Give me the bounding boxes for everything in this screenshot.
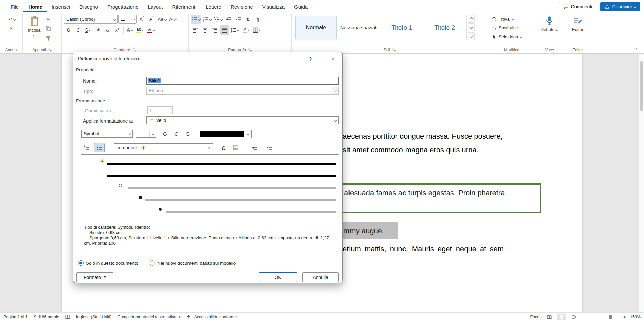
radio-new-documents-template[interactable]: Nei nuovi documenti basati sul modello <box>150 260 236 266</box>
spinner-down-button[interactable] <box>167 110 172 114</box>
subscript-button[interactable]: x₂ <box>103 25 112 35</box>
style-nessuna-spaziatura[interactable]: Nessuna spaziati <box>338 16 379 40</box>
zoom-out-button[interactable]: − <box>582 314 585 320</box>
close-button[interactable]: × <box>328 54 338 63</box>
justify-button[interactable] <box>220 25 229 35</box>
line-spacing-button[interactable] <box>230 25 240 35</box>
replace-button[interactable]: abSostituisci <box>491 23 533 32</box>
bulleted-list-button[interactable] <box>191 15 201 24</box>
zoom-slider-thumb[interactable] <box>609 315 612 319</box>
radio-only-this-document[interactable]: Solo in questo documento <box>78 260 138 266</box>
strikethrough-button[interactable]: ab <box>93 25 102 35</box>
align-right-button[interactable] <box>210 25 219 35</box>
font-color-button[interactable]: A <box>146 25 156 35</box>
dialog-numbered-list-button[interactable]: 123 <box>81 143 92 152</box>
ok-button[interactable]: OK <box>259 272 297 282</box>
tab-guida[interactable]: Guida <box>289 1 312 12</box>
shading-button[interactable] <box>241 25 251 35</box>
tab-disegno[interactable]: Disegno <box>75 1 103 12</box>
copy-button[interactable] <box>44 24 53 33</box>
web-layout-button[interactable] <box>570 314 578 320</box>
scrollbar-thumb[interactable] <box>640 61 643 111</box>
comments-button[interactable]: Commenti <box>559 2 597 11</box>
dialog-font-name-select[interactable]: Symbol <box>81 130 133 138</box>
text-effects-button[interactable]: A <box>125 25 135 35</box>
style-normale[interactable]: Normale <box>296 16 336 40</box>
insert-picture-button[interactable] <box>231 143 241 152</box>
select-button[interactable]: Seleziona <box>491 32 533 41</box>
multilevel-list-button[interactable] <box>213 15 223 24</box>
tab-home[interactable]: Home <box>23 1 47 12</box>
tab-riferimenti[interactable]: Riferimenti <box>168 1 201 12</box>
language-indicator[interactable]: Inglese (Stati Uniti) <box>76 315 112 319</box>
image-bullet-select[interactable]: Immagine: <box>114 143 213 152</box>
show-paragraph-marks-button[interactable]: ¶ <box>253 15 262 24</box>
align-left-button[interactable] <box>191 25 200 35</box>
print-layout-button[interactable] <box>557 314 566 320</box>
find-button[interactable]: Trova <box>491 15 533 23</box>
tab-progettazione[interactable]: Progettazione <box>103 1 143 12</box>
insert-symbol-button[interactable]: Ω <box>219 143 229 152</box>
font-size-select[interactable]: 11 <box>118 15 137 24</box>
dictate-button[interactable]: Dettatura <box>538 15 561 44</box>
dialog-launcher-icon[interactable] <box>392 48 396 52</box>
clear-formatting-button[interactable]: A <box>168 15 178 24</box>
dialog-font-color-select[interactable] <box>199 130 252 138</box>
dialog-italic-button[interactable]: C <box>171 130 181 138</box>
styles-scroll-up-button[interactable] <box>468 15 475 23</box>
italic-button[interactable]: C <box>74 25 83 35</box>
cut-button[interactable]: ✂ <box>44 15 53 24</box>
dialog-increase-indent-button[interactable] <box>264 143 275 152</box>
increase-font-size-button[interactable]: Aˆ <box>137 15 146 24</box>
bold-button[interactable]: G <box>64 25 73 35</box>
dialog-font-size-select[interactable] <box>136 130 156 138</box>
redo-button[interactable]: ↻ <box>7 24 16 34</box>
decrease-font-size-button[interactable]: Aˇ <box>147 15 156 24</box>
spinner-up-button[interactable] <box>167 107 172 110</box>
style-titolo-2[interactable]: Titolo 2 <box>424 16 465 40</box>
apply-to-select[interactable]: 1° livello <box>146 116 339 124</box>
vertical-scrollbar[interactable] <box>638 54 644 312</box>
superscript-button[interactable]: x² <box>113 25 122 35</box>
share-button[interactable]: Condividi <box>600 2 640 11</box>
highlight-color-button[interactable]: ab <box>135 25 145 35</box>
font-name-select[interactable]: Calibri (Corpo) <box>64 15 118 24</box>
help-button[interactable]: ? <box>306 54 315 63</box>
sort-button[interactable]: ⇅ <box>244 15 253 24</box>
zoom-slider[interactable] <box>589 317 619 317</box>
zoom-in-button[interactable]: + <box>623 314 626 320</box>
cancel-button[interactable]: Annulla <box>302 272 339 282</box>
collapse-ribbon-button[interactable] <box>632 45 639 51</box>
numbered-list-button[interactable]: 123 <box>202 15 212 24</box>
word-count[interactable]: 9 di 86 parole <box>34 315 59 319</box>
accessibility-indicator[interactable]: Accessibilità: conforme <box>186 315 237 319</box>
undo-button[interactable]: ↶ <box>7 15 16 24</box>
tab-visualizza[interactable]: Visualizza <box>258 1 289 12</box>
borders-button[interactable] <box>252 25 262 35</box>
styles-more-button[interactable] <box>468 32 475 40</box>
zoom-level[interactable]: 160% <box>630 315 641 319</box>
paste-button[interactable]: Incolla <box>25 15 43 44</box>
tab-inserisci[interactable]: Inserisci <box>47 1 75 12</box>
format-menu-button[interactable]: Formato <box>76 272 113 282</box>
align-center-button[interactable] <box>201 25 210 35</box>
proofing-status[interactable] <box>65 315 70 319</box>
dialog-underline-button[interactable]: S <box>183 130 193 138</box>
underline-button[interactable]: S <box>84 25 93 35</box>
decrease-indent-button[interactable] <box>224 15 233 24</box>
dialog-launcher-icon[interactable] <box>48 48 52 52</box>
increase-indent-button[interactable] <box>234 15 243 24</box>
tab-file[interactable]: File <box>6 1 23 12</box>
style-titolo-1[interactable]: Titolo 1 <box>381 16 422 40</box>
read-mode-button[interactable] <box>545 314 553 320</box>
focus-mode-button[interactable]: Focus <box>524 315 541 319</box>
dialog-decrease-indent-button[interactable] <box>249 143 260 152</box>
dialog-bold-button[interactable]: G <box>160 130 170 138</box>
dialog-bulleted-list-button[interactable] <box>94 143 105 152</box>
format-painter-button[interactable] <box>44 34 53 43</box>
styles-scroll-down-button[interactable] <box>468 23 475 31</box>
name-input[interactable]: Stile1 <box>146 77 339 85</box>
change-case-button[interactable]: Aa <box>157 15 167 24</box>
tab-lettere[interactable]: Lettere <box>201 1 226 12</box>
tab-layout[interactable]: Layout <box>143 1 168 12</box>
